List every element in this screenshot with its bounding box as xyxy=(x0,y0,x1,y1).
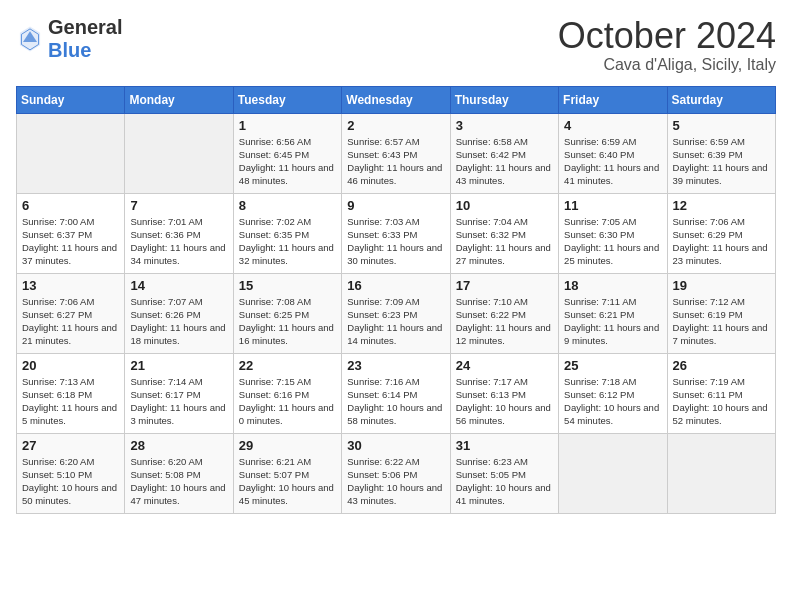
day-detail: Sunrise: 7:10 AMSunset: 6:22 PMDaylight:… xyxy=(456,295,553,348)
day-detail: Sunrise: 7:17 AMSunset: 6:13 PMDaylight:… xyxy=(456,375,553,428)
day-number: 12 xyxy=(673,198,770,213)
calendar-cell: 1Sunrise: 6:56 AMSunset: 6:45 PMDaylight… xyxy=(233,113,341,193)
day-detail: Sunrise: 7:02 AMSunset: 6:35 PMDaylight:… xyxy=(239,215,336,268)
day-detail: Sunrise: 6:20 AMSunset: 5:08 PMDaylight:… xyxy=(130,455,227,508)
day-detail: Sunrise: 6:22 AMSunset: 5:06 PMDaylight:… xyxy=(347,455,444,508)
day-detail: Sunrise: 6:23 AMSunset: 5:05 PMDaylight:… xyxy=(456,455,553,508)
day-number: 13 xyxy=(22,278,119,293)
day-number: 26 xyxy=(673,358,770,373)
week-row-0: 1Sunrise: 6:56 AMSunset: 6:45 PMDaylight… xyxy=(17,113,776,193)
calendar-cell: 14Sunrise: 7:07 AMSunset: 6:26 PMDayligh… xyxy=(125,273,233,353)
calendar-cell: 23Sunrise: 7:16 AMSunset: 6:14 PMDayligh… xyxy=(342,353,450,433)
day-detail: Sunrise: 7:09 AMSunset: 6:23 PMDaylight:… xyxy=(347,295,444,348)
day-detail: Sunrise: 7:06 AMSunset: 6:29 PMDaylight:… xyxy=(673,215,770,268)
day-number: 17 xyxy=(456,278,553,293)
calendar-cell: 10Sunrise: 7:04 AMSunset: 6:32 PMDayligh… xyxy=(450,193,558,273)
title-block: October 2024 Cava d'Aliga, Sicily, Italy xyxy=(558,16,776,74)
calendar-cell: 8Sunrise: 7:02 AMSunset: 6:35 PMDaylight… xyxy=(233,193,341,273)
day-number: 20 xyxy=(22,358,119,373)
calendar-cell: 7Sunrise: 7:01 AMSunset: 6:36 PMDaylight… xyxy=(125,193,233,273)
calendar-cell xyxy=(559,433,667,513)
day-detail: Sunrise: 7:15 AMSunset: 6:16 PMDaylight:… xyxy=(239,375,336,428)
calendar-cell: 6Sunrise: 7:00 AMSunset: 6:37 PMDaylight… xyxy=(17,193,125,273)
day-number: 31 xyxy=(456,438,553,453)
day-number: 6 xyxy=(22,198,119,213)
calendar-cell: 16Sunrise: 7:09 AMSunset: 6:23 PMDayligh… xyxy=(342,273,450,353)
calendar-cell: 31Sunrise: 6:23 AMSunset: 5:05 PMDayligh… xyxy=(450,433,558,513)
calendar-cell: 27Sunrise: 6:20 AMSunset: 5:10 PMDayligh… xyxy=(17,433,125,513)
day-detail: Sunrise: 7:19 AMSunset: 6:11 PMDaylight:… xyxy=(673,375,770,428)
calendar-cell: 9Sunrise: 7:03 AMSunset: 6:33 PMDaylight… xyxy=(342,193,450,273)
logo-text: General Blue xyxy=(48,16,122,62)
day-detail: Sunrise: 6:57 AMSunset: 6:43 PMDaylight:… xyxy=(347,135,444,188)
week-row-1: 6Sunrise: 7:00 AMSunset: 6:37 PMDaylight… xyxy=(17,193,776,273)
day-detail: Sunrise: 7:05 AMSunset: 6:30 PMDaylight:… xyxy=(564,215,661,268)
header-wednesday: Wednesday xyxy=(342,86,450,113)
day-number: 28 xyxy=(130,438,227,453)
calendar-cell: 17Sunrise: 7:10 AMSunset: 6:22 PMDayligh… xyxy=(450,273,558,353)
calendar-cell: 13Sunrise: 7:06 AMSunset: 6:27 PMDayligh… xyxy=(17,273,125,353)
calendar-cell: 5Sunrise: 6:59 AMSunset: 6:39 PMDaylight… xyxy=(667,113,775,193)
calendar-cell: 4Sunrise: 6:59 AMSunset: 6:40 PMDaylight… xyxy=(559,113,667,193)
day-number: 3 xyxy=(456,118,553,133)
day-detail: Sunrise: 6:58 AMSunset: 6:42 PMDaylight:… xyxy=(456,135,553,188)
day-number: 2 xyxy=(347,118,444,133)
day-detail: Sunrise: 7:00 AMSunset: 6:37 PMDaylight:… xyxy=(22,215,119,268)
day-detail: Sunrise: 7:04 AMSunset: 6:32 PMDaylight:… xyxy=(456,215,553,268)
day-detail: Sunrise: 6:59 AMSunset: 6:40 PMDaylight:… xyxy=(564,135,661,188)
day-detail: Sunrise: 6:56 AMSunset: 6:45 PMDaylight:… xyxy=(239,135,336,188)
location-title: Cava d'Aliga, Sicily, Italy xyxy=(558,56,776,74)
day-number: 29 xyxy=(239,438,336,453)
calendar-cell: 30Sunrise: 6:22 AMSunset: 5:06 PMDayligh… xyxy=(342,433,450,513)
day-detail: Sunrise: 7:07 AMSunset: 6:26 PMDaylight:… xyxy=(130,295,227,348)
day-detail: Sunrise: 6:20 AMSunset: 5:10 PMDaylight:… xyxy=(22,455,119,508)
header-sunday: Sunday xyxy=(17,86,125,113)
day-detail: Sunrise: 6:59 AMSunset: 6:39 PMDaylight:… xyxy=(673,135,770,188)
calendar-cell: 2Sunrise: 6:57 AMSunset: 6:43 PMDaylight… xyxy=(342,113,450,193)
day-number: 22 xyxy=(239,358,336,373)
calendar-cell: 12Sunrise: 7:06 AMSunset: 6:29 PMDayligh… xyxy=(667,193,775,273)
day-number: 1 xyxy=(239,118,336,133)
calendar-cell: 24Sunrise: 7:17 AMSunset: 6:13 PMDayligh… xyxy=(450,353,558,433)
day-number: 15 xyxy=(239,278,336,293)
calendar-cell: 19Sunrise: 7:12 AMSunset: 6:19 PMDayligh… xyxy=(667,273,775,353)
day-number: 19 xyxy=(673,278,770,293)
day-detail: Sunrise: 7:13 AMSunset: 6:18 PMDaylight:… xyxy=(22,375,119,428)
day-number: 11 xyxy=(564,198,661,213)
week-row-4: 27Sunrise: 6:20 AMSunset: 5:10 PMDayligh… xyxy=(17,433,776,513)
calendar-cell: 20Sunrise: 7:13 AMSunset: 6:18 PMDayligh… xyxy=(17,353,125,433)
calendar-cell: 26Sunrise: 7:19 AMSunset: 6:11 PMDayligh… xyxy=(667,353,775,433)
calendar-cell xyxy=(667,433,775,513)
header-monday: Monday xyxy=(125,86,233,113)
day-detail: Sunrise: 7:08 AMSunset: 6:25 PMDaylight:… xyxy=(239,295,336,348)
calendar-cell: 15Sunrise: 7:08 AMSunset: 6:25 PMDayligh… xyxy=(233,273,341,353)
calendar-header: SundayMondayTuesdayWednesdayThursdayFrid… xyxy=(17,86,776,113)
day-number: 18 xyxy=(564,278,661,293)
day-number: 10 xyxy=(456,198,553,213)
day-detail: Sunrise: 7:11 AMSunset: 6:21 PMDaylight:… xyxy=(564,295,661,348)
day-number: 27 xyxy=(22,438,119,453)
calendar-cell: 25Sunrise: 7:18 AMSunset: 6:12 PMDayligh… xyxy=(559,353,667,433)
day-number: 9 xyxy=(347,198,444,213)
day-number: 8 xyxy=(239,198,336,213)
day-number: 5 xyxy=(673,118,770,133)
day-number: 23 xyxy=(347,358,444,373)
day-detail: Sunrise: 7:01 AMSunset: 6:36 PMDaylight:… xyxy=(130,215,227,268)
header-saturday: Saturday xyxy=(667,86,775,113)
header-friday: Friday xyxy=(559,86,667,113)
day-number: 14 xyxy=(130,278,227,293)
day-number: 25 xyxy=(564,358,661,373)
logo-icon xyxy=(16,25,44,53)
day-number: 24 xyxy=(456,358,553,373)
calendar-cell xyxy=(17,113,125,193)
page-header: General Blue October 2024 Cava d'Aliga, … xyxy=(16,16,776,74)
header-thursday: Thursday xyxy=(450,86,558,113)
day-detail: Sunrise: 7:14 AMSunset: 6:17 PMDaylight:… xyxy=(130,375,227,428)
logo: General Blue xyxy=(16,16,122,62)
day-detail: Sunrise: 7:18 AMSunset: 6:12 PMDaylight:… xyxy=(564,375,661,428)
day-number: 7 xyxy=(130,198,227,213)
week-row-2: 13Sunrise: 7:06 AMSunset: 6:27 PMDayligh… xyxy=(17,273,776,353)
calendar-cell: 18Sunrise: 7:11 AMSunset: 6:21 PMDayligh… xyxy=(559,273,667,353)
calendar-cell: 22Sunrise: 7:15 AMSunset: 6:16 PMDayligh… xyxy=(233,353,341,433)
day-detail: Sunrise: 7:03 AMSunset: 6:33 PMDaylight:… xyxy=(347,215,444,268)
